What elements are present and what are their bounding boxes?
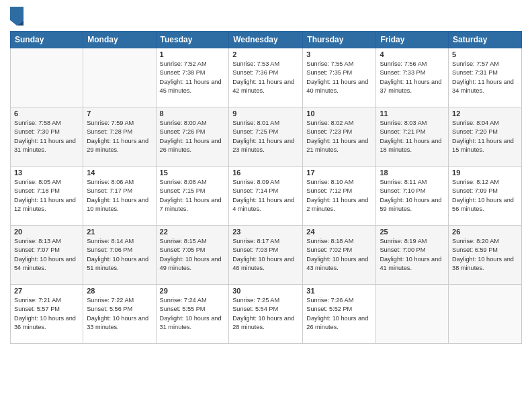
day-info: Sunrise: 8:05 AMSunset: 7:18 PMDaylight:…	[14, 178, 79, 214]
day-cell: 4Sunrise: 7:56 AMSunset: 7:33 PMDaylight…	[376, 48, 449, 107]
day-cell: 16Sunrise: 8:09 AMSunset: 7:14 PMDayligh…	[229, 167, 303, 226]
day-info: Sunrise: 8:14 AMSunset: 7:06 PMDaylight:…	[87, 237, 152, 273]
day-cell: 23Sunrise: 8:17 AMSunset: 7:03 PMDayligh…	[229, 226, 303, 285]
header-day-thursday: Thursday	[303, 32, 376, 48]
day-number: 3	[306, 50, 372, 58]
header-day-sunday: Sunday	[11, 32, 83, 48]
day-number: 4	[380, 50, 445, 58]
day-info: Sunrise: 8:06 AMSunset: 7:17 PMDaylight:…	[87, 178, 152, 214]
day-cell: 13Sunrise: 8:05 AMSunset: 7:18 PMDayligh…	[11, 167, 83, 226]
day-number: 31	[306, 287, 372, 295]
week-row-2: 13Sunrise: 8:05 AMSunset: 7:18 PMDayligh…	[11, 167, 522, 226]
day-number: 12	[452, 109, 518, 118]
logo	[10, 7, 26, 26]
day-info: Sunrise: 7:52 AMSunset: 7:38 PMDaylight:…	[160, 60, 226, 95]
day-number: 28	[87, 287, 152, 295]
day-cell: 14Sunrise: 8:06 AMSunset: 7:17 PMDayligh…	[83, 167, 156, 226]
header	[10, 7, 522, 26]
day-number: 26	[452, 228, 518, 236]
day-number: 14	[87, 169, 152, 177]
day-number: 17	[306, 169, 372, 177]
day-number: 23	[232, 228, 299, 236]
day-cell: 28Sunrise: 7:22 AMSunset: 5:56 PMDayligh…	[83, 285, 156, 344]
day-cell: 25Sunrise: 8:19 AMSunset: 7:00 PMDayligh…	[376, 226, 449, 285]
day-info: Sunrise: 8:12 AMSunset: 7:09 PMDaylight:…	[452, 178, 518, 214]
day-info: Sunrise: 8:09 AMSunset: 7:14 PMDaylight:…	[232, 178, 299, 214]
day-info: Sunrise: 8:08 AMSunset: 7:15 PMDaylight:…	[160, 178, 226, 214]
day-number: 27	[14, 287, 79, 295]
day-number: 10	[306, 109, 372, 118]
day-cell: 9Sunrise: 8:01 AMSunset: 7:25 PMDaylight…	[229, 107, 303, 167]
day-info: Sunrise: 8:01 AMSunset: 7:25 PMDaylight:…	[232, 119, 299, 154]
week-row-1: 6Sunrise: 7:58 AMSunset: 7:30 PMDaylight…	[11, 107, 522, 167]
day-info: Sunrise: 8:18 AMSunset: 7:02 PMDaylight:…	[306, 237, 372, 273]
day-cell: 17Sunrise: 8:10 AMSunset: 7:12 PMDayligh…	[303, 167, 376, 226]
page: SundayMondayTuesdayWednesdayThursdayFrid…	[0, 0, 532, 411]
week-row-3: 20Sunrise: 8:13 AMSunset: 7:07 PMDayligh…	[11, 226, 522, 285]
day-info: Sunrise: 8:00 AMSunset: 7:26 PMDaylight:…	[160, 119, 226, 154]
day-info: Sunrise: 7:55 AMSunset: 7:35 PMDaylight:…	[306, 60, 372, 95]
day-cell: 12Sunrise: 8:04 AMSunset: 7:20 PMDayligh…	[449, 107, 522, 167]
day-info: Sunrise: 7:26 AMSunset: 5:52 PMDaylight:…	[306, 296, 372, 332]
day-info: Sunrise: 7:22 AMSunset: 5:56 PMDaylight:…	[87, 296, 152, 332]
day-info: Sunrise: 8:03 AMSunset: 7:21 PMDaylight:…	[380, 119, 445, 154]
day-info: Sunrise: 7:21 AMSunset: 5:57 PMDaylight:…	[14, 296, 79, 332]
day-number: 22	[160, 228, 226, 236]
day-info: Sunrise: 8:10 AMSunset: 7:12 PMDaylight:…	[306, 178, 372, 214]
header-day-monday: Monday	[83, 32, 156, 48]
day-number: 11	[380, 109, 445, 118]
logo-icon	[10, 7, 24, 26]
day-info: Sunrise: 8:04 AMSunset: 7:20 PMDaylight:…	[452, 119, 518, 154]
day-info: Sunrise: 8:17 AMSunset: 7:03 PMDaylight:…	[232, 237, 299, 273]
day-info: Sunrise: 7:56 AMSunset: 7:33 PMDaylight:…	[380, 60, 445, 95]
week-row-4: 27Sunrise: 7:21 AMSunset: 5:57 PMDayligh…	[11, 285, 522, 344]
day-cell: 18Sunrise: 8:11 AMSunset: 7:10 PMDayligh…	[376, 167, 449, 226]
day-info: Sunrise: 7:57 AMSunset: 7:31 PMDaylight:…	[452, 60, 518, 95]
day-info: Sunrise: 7:24 AMSunset: 5:55 PMDaylight:…	[160, 296, 226, 332]
day-cell: 26Sunrise: 8:20 AMSunset: 6:59 PMDayligh…	[449, 226, 522, 285]
day-number: 24	[306, 228, 372, 236]
day-cell	[449, 285, 522, 344]
day-number: 1	[160, 50, 226, 58]
day-cell: 11Sunrise: 8:03 AMSunset: 7:21 PMDayligh…	[376, 107, 449, 167]
header-row: SundayMondayTuesdayWednesdayThursdayFrid…	[11, 32, 522, 48]
day-info: Sunrise: 8:15 AMSunset: 7:05 PMDaylight:…	[160, 237, 226, 273]
day-cell	[11, 48, 83, 107]
day-cell: 8Sunrise: 8:00 AMSunset: 7:26 PMDaylight…	[156, 107, 229, 167]
day-info: Sunrise: 8:02 AMSunset: 7:23 PMDaylight:…	[306, 119, 372, 154]
day-cell: 10Sunrise: 8:02 AMSunset: 7:23 PMDayligh…	[303, 107, 376, 167]
day-number: 29	[160, 287, 226, 295]
day-cell: 20Sunrise: 8:13 AMSunset: 7:07 PMDayligh…	[11, 226, 83, 285]
day-number: 18	[380, 169, 445, 177]
day-info: Sunrise: 7:59 AMSunset: 7:28 PMDaylight:…	[87, 119, 152, 154]
day-cell: 2Sunrise: 7:53 AMSunset: 7:36 PMDaylight…	[229, 48, 303, 107]
day-info: Sunrise: 8:20 AMSunset: 6:59 PMDaylight:…	[452, 237, 518, 273]
day-cell: 24Sunrise: 8:18 AMSunset: 7:02 PMDayligh…	[303, 226, 376, 285]
day-info: Sunrise: 7:58 AMSunset: 7:30 PMDaylight:…	[14, 119, 79, 154]
day-info: Sunrise: 8:19 AMSunset: 7:00 PMDaylight:…	[380, 237, 445, 273]
day-cell: 31Sunrise: 7:26 AMSunset: 5:52 PMDayligh…	[303, 285, 376, 344]
day-cell: 22Sunrise: 8:15 AMSunset: 7:05 PMDayligh…	[156, 226, 229, 285]
day-cell: 1Sunrise: 7:52 AMSunset: 7:38 PMDaylight…	[156, 48, 229, 107]
day-cell: 19Sunrise: 8:12 AMSunset: 7:09 PMDayligh…	[449, 167, 522, 226]
day-number: 6	[14, 109, 79, 118]
day-number: 8	[160, 109, 226, 118]
day-cell: 6Sunrise: 7:58 AMSunset: 7:30 PMDaylight…	[11, 107, 83, 167]
week-row-0: 1Sunrise: 7:52 AMSunset: 7:38 PMDaylight…	[11, 48, 522, 107]
day-cell	[376, 285, 449, 344]
header-day-friday: Friday	[376, 32, 449, 48]
day-number: 7	[87, 109, 152, 118]
day-cell: 21Sunrise: 8:14 AMSunset: 7:06 PMDayligh…	[83, 226, 156, 285]
day-cell: 3Sunrise: 7:55 AMSunset: 7:35 PMDaylight…	[303, 48, 376, 107]
day-number: 20	[14, 228, 79, 236]
day-number: 5	[452, 50, 518, 58]
day-number: 30	[232, 287, 299, 295]
header-day-saturday: Saturday	[449, 32, 522, 48]
day-number: 13	[14, 169, 79, 177]
day-cell: 15Sunrise: 8:08 AMSunset: 7:15 PMDayligh…	[156, 167, 229, 226]
day-info: Sunrise: 8:11 AMSunset: 7:10 PMDaylight:…	[380, 178, 445, 214]
calendar: SundayMondayTuesdayWednesdayThursdayFrid…	[10, 31, 522, 344]
day-number: 16	[232, 169, 299, 177]
day-cell	[83, 48, 156, 107]
day-info: Sunrise: 8:13 AMSunset: 7:07 PMDaylight:…	[14, 237, 79, 273]
